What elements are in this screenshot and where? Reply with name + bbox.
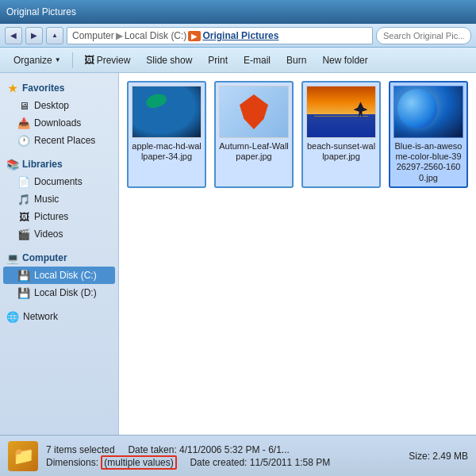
file-label: beach-sunset-wallpaper.jpg: [306, 141, 376, 162]
email-button[interactable]: E-mail: [236, 51, 278, 70]
network-icon: 🌐: [6, 310, 19, 323]
size-info: Size: 2.49 MB: [409, 451, 468, 462]
thumb-earth: [132, 86, 201, 137]
favorites-section: ★ Favorites 🖥 Desktop 📥 Downloads 🕐 Rece…: [3, 79, 115, 149]
computer-header[interactable]: 💻 Computer: [3, 249, 115, 267]
title-bar: Original Pictures: [0, 0, 476, 24]
sidebar-item-network[interactable]: 🌐 Network: [3, 308, 115, 325]
print-label: Print: [208, 55, 228, 66]
print-button[interactable]: Print: [201, 51, 235, 70]
file-label: Autumn-Leaf-Wallpaper.jpg: [219, 141, 289, 162]
file-item[interactable]: Autumn-Leaf-Wallpaper.jpg: [214, 81, 294, 188]
status-folder-icon: 📁: [8, 441, 38, 471]
path-part-localc: Local Disk (C:): [125, 30, 187, 41]
status-bar: 📁 7 items selected Date taken: 4/11/2006…: [0, 435, 476, 476]
file-thumbnail: [132, 86, 202, 138]
favorites-header[interactable]: ★ Favorites: [3, 79, 115, 97]
new-folder-button[interactable]: New folder: [315, 51, 374, 70]
sidebar-item-recent[interactable]: 🕐 Recent Places: [3, 132, 115, 149]
preview-label: Preview: [97, 55, 131, 66]
file-item[interactable]: apple-mac-hd-wallpaper-34.jpg: [127, 81, 206, 188]
date-taken: Date taken: 4/11/2006 5:32 PM - 6/1...: [128, 444, 289, 455]
content-area: apple-mac-hd-wallpaper-34.jpg Autumn-Lea…: [119, 73, 476, 435]
network-label: Network: [23, 311, 58, 322]
file-item[interactable]: Blue-is-an-awesome-color-blue-3926297-25…: [389, 81, 468, 188]
slideshow-button[interactable]: Slide show: [139, 51, 199, 70]
sidebar: ★ Favorites 🖥 Desktop 📥 Downloads 🕐 Rece…: [0, 73, 119, 435]
sidebar-item-music[interactable]: 🎵 Music: [3, 190, 115, 208]
email-label: E-mail: [244, 55, 271, 66]
recent-label: Recent Places: [34, 135, 95, 146]
pictures-icon: 🖼: [17, 210, 30, 223]
up-button[interactable]: ▲: [46, 27, 63, 44]
computer-icon: 💻: [6, 251, 19, 264]
libraries-header[interactable]: 📚 Libraries: [3, 155, 115, 173]
videos-label: Videos: [34, 228, 63, 240]
documents-label: Documents: [34, 176, 83, 187]
libraries-icon: 📚: [6, 158, 19, 171]
organize-chevron: ▼: [55, 56, 61, 63]
main-area: ★ Favorites 🖥 Desktop 📥 Downloads 🕐 Rece…: [0, 73, 476, 435]
back-button[interactable]: ◀: [5, 27, 22, 44]
favorites-label: Favorites: [22, 83, 64, 94]
dimensions-value: (multiple values): [101, 455, 176, 470]
computer-label: Computer: [22, 252, 67, 263]
address-path[interactable]: Computer ▶ Local Disk (C:) ▶ Original Pi…: [67, 27, 373, 44]
pictures-label: Pictures: [34, 211, 68, 222]
sidebar-item-documents[interactable]: 📄 Documents: [3, 173, 115, 190]
path-part-computer: Computer: [72, 30, 114, 41]
file-label: apple-mac-hd-wallpaper-34.jpg: [132, 141, 202, 162]
downloads-label: Downloads: [34, 117, 81, 129]
sidebar-item-downloads[interactable]: 📥 Downloads: [3, 114, 115, 132]
selected-count: 7 items selected: [46, 444, 115, 455]
thumb-sunset: [307, 86, 375, 137]
file-thumbnail: [306, 86, 376, 138]
path-arrow-highlight: ▶: [188, 30, 201, 41]
sidebar-item-locald[interactable]: 💾 Local Disk (D:): [3, 284, 115, 301]
sidebar-item-pictures[interactable]: 🖼 Pictures: [3, 208, 115, 225]
sidebar-item-videos[interactable]: 🎬 Videos: [3, 225, 115, 243]
locald-label: Local Disk (D:): [34, 287, 97, 298]
window-title: Original Pictures: [6, 6, 76, 17]
toolbar: Organize ▼ 🖼 Preview Slide show Print E-…: [0, 48, 476, 73]
sidebar-item-desktop[interactable]: 🖥 Desktop: [3, 97, 115, 114]
recent-icon: 🕐: [17, 134, 30, 147]
favorites-icon: ★: [6, 82, 19, 94]
status-info: 7 items selected Date taken: 4/11/2006 5…: [46, 444, 401, 468]
burn-label: Burn: [286, 55, 306, 66]
sidebar-item-localc[interactable]: 💾 Local Disk (C:): [3, 267, 115, 284]
localc-label: Local Disk (C:): [34, 270, 97, 281]
libraries-label: Libraries: [22, 159, 63, 170]
locald-icon: 💾: [17, 286, 30, 299]
music-label: Music: [34, 194, 59, 205]
new-folder-label: New folder: [322, 55, 367, 66]
preview-button[interactable]: 🖼 Preview: [77, 51, 138, 70]
thumb-blueplanet: [394, 86, 463, 137]
address-bar: ◀ ▶ ▲ Computer ▶ Local Disk (C:) ▶ Origi…: [0, 24, 476, 48]
thumb-leaf: [220, 86, 288, 137]
preview-icon: 🖼: [84, 54, 94, 66]
file-item[interactable]: beach-sunset-wallpaper.jpg: [301, 81, 381, 188]
network-section: 🌐 Network: [3, 308, 115, 325]
status-row1: 7 items selected Date taken: 4/11/2006 5…: [46, 444, 401, 455]
downloads-icon: 📥: [17, 117, 30, 129]
file-label: Blue-is-an-awesome-color-blue-3926297-25…: [393, 141, 463, 183]
status-row2: Dimensions: (multiple values) Date creat…: [46, 457, 401, 468]
documents-icon: 📄: [17, 175, 30, 188]
path-part-original: Original Pictures: [202, 30, 278, 41]
localc-icon: 💾: [17, 269, 30, 282]
desktop-label: Desktop: [34, 100, 69, 111]
organize-button[interactable]: Organize ▼: [6, 51, 68, 70]
forward-button[interactable]: ▶: [25, 27, 43, 44]
date-created: Date created: 11/5/2011 1:58 PM: [190, 457, 330, 468]
burn-button[interactable]: Burn: [279, 51, 313, 70]
toolbar-sep-1: [72, 52, 73, 68]
slideshow-label: Slide show: [146, 55, 192, 66]
computer-section: 💻 Computer 💾 Local Disk (C:) 💾 Local Dis…: [3, 249, 115, 301]
status-right: Size: 2.49 MB: [409, 451, 468, 462]
music-icon: 🎵: [17, 193, 30, 205]
libraries-section: 📚 Libraries 📄 Documents 🎵 Music 🖼 Pictur…: [3, 155, 115, 243]
desktop-icon: 🖥: [17, 99, 30, 112]
search-input[interactable]: [376, 27, 471, 44]
file-thumbnail: [219, 86, 289, 138]
